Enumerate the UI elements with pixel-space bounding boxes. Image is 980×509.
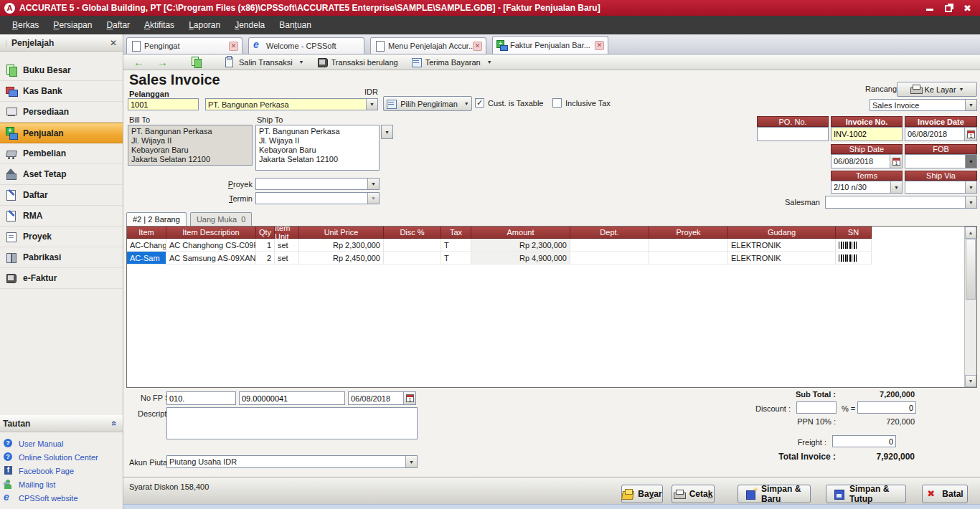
description-textarea[interactable] [166,407,418,439]
forward-arrow-icon[interactable]: → [153,56,172,69]
restore-button[interactable] [945,5,952,12]
cell-item-selected[interactable]: AC-Sam [127,252,166,265]
customer-select[interactable]: PT. Bangunan Perkasa ▼ [205,98,378,110]
sidebar-item-aset-tetap[interactable]: Aset Tetap [0,164,123,185]
col-disc[interactable]: Disc % [384,227,441,239]
menu-berkas[interactable]: Berkas [6,17,45,33]
sidebar-close-icon[interactable]: ✕ [110,38,117,48]
col-item[interactable]: Item [127,227,166,239]
chevron-down-icon[interactable]: ▼ [965,196,976,208]
pilih-pengiriman-button[interactable]: Pilih Pengiriman ▼ [383,96,472,111]
po-no-input[interactable] [757,127,829,141]
close-button[interactable]: ✖ [963,4,971,13]
cell-unit-price[interactable]: Rp 2,300,000 [299,239,384,252]
transaksi-berulang-button[interactable]: Transaksi berulang [313,56,402,68]
copy-icon[interactable] [191,57,202,67]
menu-bantuan[interactable]: Bantuan [273,17,318,33]
tab-welcome-cpssoft[interactable]: Welcome - CPSSoft [248,37,364,54]
cell-unit-price[interactable]: Rp 2,450,000 [299,252,384,265]
proyek-select[interactable]: ▼ [255,178,380,190]
cell-qty[interactable]: 2 [256,252,275,265]
simpan-tutup-button[interactable]: Simpan & Tutup [826,485,906,503]
termin-select[interactable]: ▼ [255,192,380,204]
menu-aktifitas[interactable]: Aktifitas [138,17,181,33]
cust-taxable-checkbox[interactable]: ✓ Cust. is Taxable [475,98,543,108]
invoice-date-field[interactable]: 06/08/2018 [905,127,977,141]
inclusive-tax-checkbox[interactable]: Inclusive Tax [552,98,611,108]
fp-date-field[interactable]: 06/08/2018 [348,391,416,405]
batal-button[interactable]: Batal [922,485,968,503]
link-online-solution-center[interactable]: Online Solution Center [3,450,120,464]
col-unit-price[interactable]: Unit Price [299,227,384,239]
table-row[interactable]: AC-Chang AC Changhong CS-C09P3 1 set Rp … [127,239,976,252]
menu-persiapan[interactable]: Persiapan [47,17,98,33]
cell-disc[interactable] [384,252,441,265]
cell-description[interactable]: AC Samsung AS-09XAN [166,252,256,265]
sidebar-item-persediaan[interactable]: Persediaan [0,102,123,123]
sidebar-item-pabrikasi[interactable]: Pabrikasi [0,247,123,268]
customer-id-input[interactable] [128,98,199,110]
tab-uang-muka[interactable]: Uang Muka 0 [190,212,253,226]
sidebar-item-daftar[interactable]: Daftar [0,185,123,206]
col-tax[interactable]: Tax [441,227,471,239]
cell-description[interactable]: AC Changhong CS-C09P3 [166,239,256,252]
sidebar-item-proyek[interactable]: Proyek [0,227,123,247]
chevron-down-icon[interactable]: ▼ [367,179,379,189]
cell-unit[interactable]: set [275,239,299,252]
cell-gudang[interactable]: ELEKTRONIK [728,252,836,265]
salin-transaksi-button[interactable]: Salin Transaksi ▼ [220,56,308,68]
fp-code-input[interactable] [166,391,236,405]
tab-close-icon[interactable]: ✕ [595,41,604,50]
tab-close-icon[interactable]: ✕ [473,42,482,51]
scroll-down-icon[interactable]: ▼ [965,375,976,387]
sidebar-item-kas-bank[interactable]: Kas Bank [0,81,123,102]
link-mailing-list[interactable]: Mailing list [3,477,120,491]
sidebar-item-buku-besar[interactable]: Buku Besar [0,60,123,81]
akun-piutang-select[interactable]: Piutang Usaha IDR ▼ [166,455,418,468]
cell-tax[interactable]: T [441,252,471,265]
ship-to-address[interactable]: PT. Bangunan Perkasa Jl. Wijaya II Kebay… [255,125,380,171]
table-row[interactable]: AC-Sam AC Samsung AS-09XAN 2 set Rp 2,45… [127,252,976,265]
col-item-description[interactable]: Item Description [166,227,256,239]
ship-date-field[interactable]: 06/08/2018 [831,154,903,168]
bayar-button[interactable]: Bayar [621,485,663,503]
cell-item[interactable]: AC-Chang [127,239,166,252]
col-sn[interactable]: SN [836,227,872,239]
cell-sn[interactable] [836,252,872,265]
chevron-down-icon[interactable]: ▼ [405,456,417,467]
link-facebook-page[interactable]: Facebook Page [3,464,120,477]
checkbox-checked-icon[interactable]: ✓ [475,98,484,108]
cell-dept[interactable] [570,252,649,265]
discount-amount-input[interactable] [857,401,916,414]
cell-sn[interactable] [836,239,872,252]
cell-tax[interactable]: T [441,239,471,252]
chevron-down-icon[interactable]: ▼ [890,181,902,193]
sidebar-item-rma[interactable]: RMA [0,206,123,227]
cell-proyek[interactable] [649,239,728,252]
sidebar-item-e-faktur[interactable]: e-Faktur [0,268,123,289]
ship-via-select[interactable]: ▼ [905,181,977,194]
col-qty[interactable]: Qty [256,227,275,239]
cell-disc[interactable] [384,239,441,252]
cell-dept[interactable] [570,239,649,252]
tab-menu-penjelajah[interactable]: Menu Penjelajah Accur... ✕ [370,37,486,54]
discount-pct-input[interactable] [796,401,837,414]
cell-amount[interactable]: Rp 4,900,000 [471,252,570,265]
salesman-select[interactable]: ▼ [825,196,977,209]
scroll-up-icon[interactable]: ▲ [965,227,976,239]
ke-layar-button[interactable]: Ke Layar ▼ [897,82,977,97]
col-amount[interactable]: Amount [471,227,570,239]
calendar-icon[interactable] [890,155,902,168]
terms-select[interactable]: 2/10 n/30 ▼ [831,181,903,194]
ship-to-dropdown-icon[interactable]: ▼ [381,125,393,139]
calendar-icon[interactable] [403,392,415,404]
template-select[interactable]: Sales Invoice ▼ [870,99,977,111]
chevron-down-icon[interactable]: ▼ [965,155,976,168]
checkbox-unchecked-icon[interactable] [552,98,562,108]
fob-select[interactable]: ▼ [905,154,977,168]
cetak-button[interactable]: Cetak [672,485,715,503]
link-cpssoft-website[interactable]: CPSSoft website [3,491,120,505]
cell-qty[interactable]: 1 [256,239,275,252]
scroll-thumb[interactable] [966,239,976,300]
tab-barang[interactable]: #2 | 2 Barang [126,212,187,226]
